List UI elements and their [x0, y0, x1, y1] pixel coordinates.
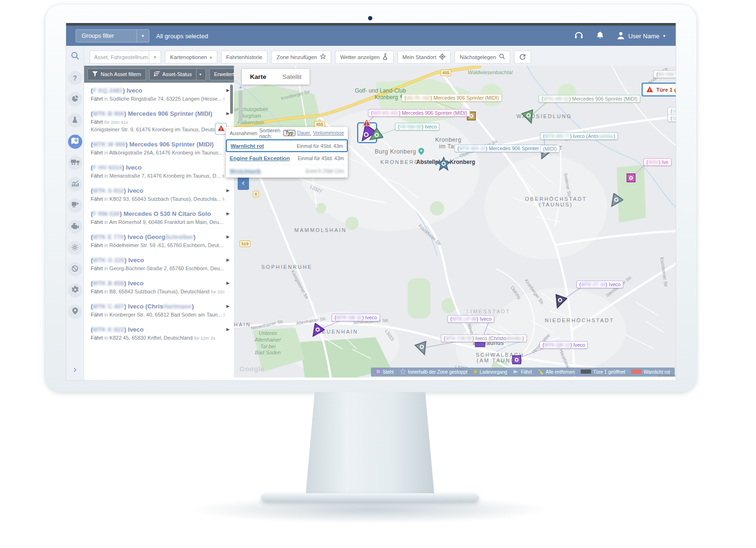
- vehicle-map-label[interactable]: (MTK HR 52) Mercedes 906 Sprinter (MIDI): [539, 95, 640, 103]
- map-type-satellit[interactable]: Satellit: [275, 69, 310, 85]
- asset-expand-chevron[interactable]: ▶: [226, 211, 230, 216]
- sidebar-item-beacon[interactable]: [68, 113, 82, 128]
- expand-rail-button[interactable]: ›: [73, 364, 77, 375]
- vehicle-map-label[interactable]: (MTK QR 12) Iveco: [540, 341, 588, 349]
- vehicle-map-label[interactable]: (W3X) Ive: [644, 158, 671, 166]
- vehicle-map-label[interactable]: (FB NM 88) Iveco: [395, 123, 439, 130]
- sidebar-item-map[interactable]: [68, 135, 82, 149]
- vehicle-map-label[interactable]: (MIDI): [540, 145, 559, 153]
- exception-name[interactable]: Engine Fault Exception: [230, 155, 290, 161]
- asset-expand-chevron[interactable]: ▶: [226, 111, 230, 116]
- asset-list-item[interactable]: (F RM 530) Mercedes O 530 N Citaro SoloF…: [84, 206, 234, 229]
- exception-row[interactable]: Engine Fault ExceptionEinmal für 4Std. 4…: [226, 152, 348, 165]
- scroll-up-arrow[interactable]: [239, 86, 242, 88]
- vehicle-map-label[interactable]: (GF 22): [668, 114, 676, 122]
- vehicle-marker-sq[interactable]: [512, 355, 522, 367]
- sidebar-item-vehicles[interactable]: [68, 156, 82, 170]
- sidebar-item-engine[interactable]: [68, 220, 82, 234]
- asset-expand-chevron[interactable]: ▶: [226, 304, 230, 308]
- asset-list-item[interactable]: (F KQ 2481) IvecoFährt in Südliche Rings…: [84, 83, 234, 106]
- user-menu[interactable]: User Name ▾: [617, 32, 665, 41]
- vehicle-map-label[interactable]: (WÖ KS 431) Mercedes 906 Sprinter (MIDI): [368, 109, 470, 117]
- toolbar-button-zone-hinzufügen[interactable]: Zone hinzufügen: [271, 51, 331, 64]
- groups-filter-dropdown[interactable]: Groups filter ▾: [76, 29, 149, 43]
- vehicle-map-label[interactable]: (MTK GB 31) Iveco: [332, 314, 380, 321]
- asset-expand-chevron[interactable]: ▶: [226, 257, 230, 262]
- chevron-down-icon[interactable]: ▾: [196, 69, 201, 80]
- sort-option-vorkommnisse[interactable]: Vorkommnisse: [313, 130, 344, 136]
- vehicle-map-label[interactable]: (BS HW 128): [653, 70, 676, 78]
- legend-item-sq[interactable]: Steht: [376, 369, 394, 375]
- chevron-down-icon[interactable]: ▾: [149, 51, 161, 63]
- legend-item-play[interactable]: Fährt: [513, 369, 532, 375]
- legend-item-door[interactable]: Türe 1 geöffnet: [581, 369, 625, 375]
- vehicle-marker-star[interactable]: [436, 156, 451, 173]
- headset-icon[interactable]: [575, 31, 583, 41]
- asset-list-item[interactable]: (MTK B 906) Mercedes 906 Sprinter (MIDI)…: [84, 106, 234, 137]
- door-open-alert[interactable]: ! Türe 1 ge: [642, 83, 676, 96]
- asset-list-item[interactable]: (F HV 6314) IvecoFährt in Merianstraße 7…: [84, 160, 234, 183]
- sidebar-item-help[interactable]: ?: [68, 71, 82, 85]
- map-scrollbar-thumb[interactable]: [239, 90, 242, 121]
- toolbar-button-nächstgelegen[interactable]: Nächstgelegen: [455, 51, 510, 64]
- vehicle-marker-sq[interactable]: [626, 173, 636, 185]
- exception-row[interactable]: WrnlchtgelbEnml fr 2Std 12m: [226, 165, 348, 178]
- vehicle-marker-tri[interactable]: [607, 193, 623, 211]
- toolbar-button-fahrtenhistorie[interactable]: Fahrtenhistorie: [221, 51, 268, 64]
- sidebar-item-reports[interactable]: [68, 177, 82, 191]
- vehicle-map-label[interactable]: (HG PL 442) Mercedes 906 Sprinter (MIDI): [402, 94, 502, 102]
- vehicle-map-label[interactable]: (GF 21): [668, 107, 676, 115]
- asset-list-item[interactable]: (MTK E 774) Iveco (GeorgSchreiber)Fährt …: [84, 229, 234, 252]
- sidebar-item-settings[interactable]: [68, 283, 82, 298]
- legend-item-broom[interactable]: Alle entfernen: [538, 369, 575, 376]
- filter-by-asset-button[interactable]: Nach Asset filtern: [87, 68, 146, 80]
- vehicle-marker-tri[interactable]: [309, 323, 325, 341]
- chevron-down-icon[interactable]: ▾: [137, 30, 149, 42]
- asset-list-item[interactable]: (MTK C 407) Iveco (ChrisHartmann)Fährt i…: [84, 299, 234, 322]
- toolbar-button-kartenoptionen[interactable]: Kartenoptionen▾: [165, 51, 217, 64]
- asset-list-item[interactable]: (MTK K 822) IvecoFährt in K822 45, 65830…: [84, 322, 234, 345]
- map-view[interactable]: KarteSatellit ‹ WaldwiesenbachtalGolf- u…: [234, 66, 676, 377]
- sidebar-item-settings-alt[interactable]: [68, 241, 82, 255]
- vehicle-map-label[interactable]: (MTK CW 55) Iveco (Christophmller): [441, 334, 527, 342]
- vehicle-map-label[interactable]: (MTK AN 77) Iveco (Antonshktw): [540, 132, 618, 140]
- sidebar-item-toll[interactable]: [68, 198, 82, 213]
- asset-list-item[interactable]: (MTK W 906) Mercedes 906 Sprinter (MIDI)…: [84, 137, 234, 160]
- toolbar-button-wetter-anzeigen[interactable]: Wetter anzeigen: [335, 51, 394, 64]
- asset-list-item[interactable]: (MTK B 858) IvecoFährt in B8, 65843 Sulz…: [84, 275, 234, 299]
- sidebar-item-places[interactable]: [68, 305, 82, 319]
- exception-row[interactable]: Warnlicht rotEinmal für 4Std. 43m: [226, 139, 348, 152]
- advanced-button[interactable]: Erweitert: [209, 68, 234, 80]
- asset-search-input[interactable]: Asset, Fahrgestellnum... ▾: [90, 51, 161, 64]
- sort-option-typ[interactable]: Typ: [284, 130, 295, 136]
- vehicle-map-label[interactable]: (MTK ZT 44) Iveco: [576, 281, 623, 288]
- asset-expand-chevron[interactable]: ▶: [226, 88, 230, 93]
- list-scrollbar-thumb[interactable]: [230, 85, 233, 114]
- vehicle-marker-tri[interactable]: [521, 109, 537, 127]
- sort-option-dauer[interactable]: Dauer,: [297, 130, 311, 136]
- map-type-karte[interactable]: Karte: [242, 69, 275, 85]
- asset-list-item[interactable]: (MTK S 812) IvecoFährt in K802 93, 65843…: [84, 183, 234, 206]
- legend-item-bolt[interactable]: Ladevorgang: [473, 369, 507, 376]
- bell-icon[interactable]: [596, 31, 604, 41]
- sidebar-item-dashboard-pie[interactable]: [68, 92, 82, 106]
- exception-name[interactable]: Wrnlchtgelb: [230, 168, 261, 174]
- vehicle-marker-tri[interactable]: [367, 128, 383, 146]
- asset-expand-chevron[interactable]: ▶: [226, 234, 230, 239]
- vehicle-marker-tri[interactable]: [414, 341, 430, 359]
- sidebar-item-search[interactable]: [68, 50, 82, 64]
- toolbar-button-refresh[interactable]: [514, 51, 531, 64]
- exception-name[interactable]: Warnlicht rot: [231, 143, 264, 149]
- asset-expand-chevron[interactable]: ▶: [226, 188, 230, 193]
- vehicle-marker-tri[interactable]: [551, 294, 567, 312]
- asset-expand-chevron[interactable]: ▶: [226, 281, 230, 285]
- vehicle-map-label[interactable]: (MTK LP 98) Iveco: [447, 315, 494, 323]
- legend-item-star[interactable]: Innerhalb der Zone gestoppt: [400, 368, 467, 376]
- exception-warning-badge[interactable]: !: [215, 123, 227, 135]
- asset-status-button[interactable]: Asset-Status ▾: [149, 68, 206, 80]
- collapse-panel-button[interactable]: ‹: [238, 176, 249, 190]
- asset-expand-chevron[interactable]: ▶: [226, 327, 230, 332]
- asset-list-item[interactable]: (MTK G 225) IvecoFährt in Georg-Büchner-…: [84, 252, 234, 275]
- sidebar-item-restricted[interactable]: [68, 262, 82, 276]
- toolbar-button-mein-standort[interactable]: Mein Standort: [397, 51, 451, 64]
